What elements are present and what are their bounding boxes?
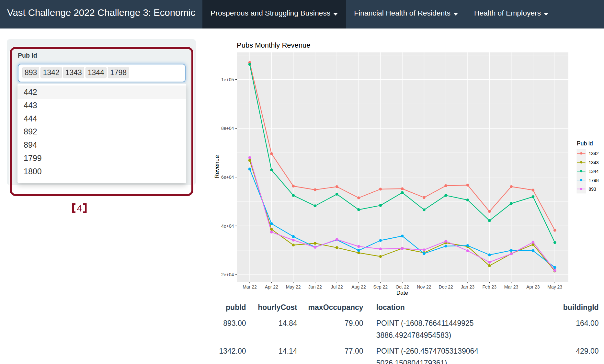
svg-text:893: 893: [589, 187, 597, 192]
svg-text:Apr 22: Apr 22: [265, 284, 278, 290]
svg-text:1e+05: 1e+05: [221, 77, 234, 82]
svg-text:Dec 22: Dec 22: [439, 284, 453, 290]
svg-text:Oct 22: Oct 22: [395, 284, 409, 290]
svg-text:2e+04: 2e+04: [221, 272, 234, 277]
svg-text:May 22: May 22: [286, 284, 301, 290]
svg-text:Mar 23: Mar 23: [504, 284, 519, 290]
svg-text:Aug 22: Aug 22: [351, 284, 366, 290]
svg-text:4e+04: 4e+04: [221, 223, 234, 229]
svg-text:1342: 1342: [589, 151, 599, 156]
svg-text:Date: Date: [396, 290, 408, 296]
svg-text:May 23: May 23: [547, 284, 562, 290]
svg-text:Mar 22: Mar 22: [243, 284, 257, 290]
svg-text:1344: 1344: [589, 169, 599, 174]
svg-text:Pubs Monthly Revenue: Pubs Monthly Revenue: [237, 41, 310, 49]
svg-text:Nov 22: Nov 22: [417, 284, 431, 290]
svg-text:Jul 22: Jul 22: [331, 284, 343, 290]
svg-text:Apr 23: Apr 23: [526, 284, 540, 290]
svg-text:Revenue: Revenue: [214, 155, 220, 178]
svg-text:Sep 22: Sep 22: [373, 284, 388, 290]
svg-text:Feb 23: Feb 23: [483, 284, 497, 290]
svg-text:1343: 1343: [589, 160, 599, 165]
svg-text:Jan 23: Jan 23: [461, 284, 474, 290]
svg-text:Pub id: Pub id: [577, 140, 593, 147]
svg-text:Jun 22: Jun 22: [308, 284, 322, 290]
svg-text:8e+04: 8e+04: [221, 126, 234, 131]
svg-text:6e+04: 6e+04: [221, 175, 234, 180]
svg-text:1798: 1798: [589, 178, 599, 183]
